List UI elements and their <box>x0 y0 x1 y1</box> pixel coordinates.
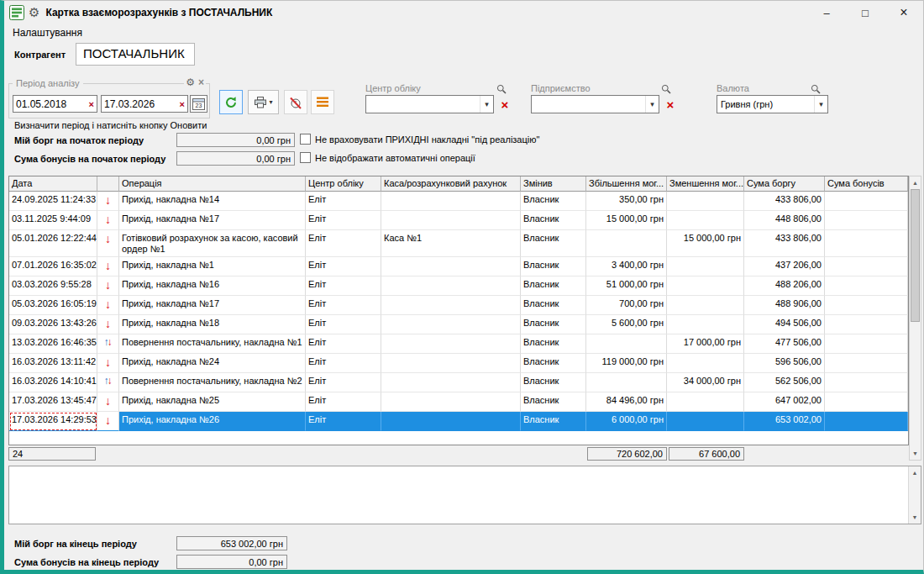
settings-gear-icon[interactable]: ⚙ <box>29 6 39 19</box>
window-controls: – □ × <box>807 1 923 24</box>
date-to-input[interactable]: 17.03.2026 × <box>101 95 188 113</box>
enterprise-clear-button[interactable]: × <box>664 95 677 113</box>
column-header-icon[interactable] <box>97 176 119 192</box>
period-settings-icon[interactable]: ⚙ <box>186 76 195 88</box>
table-vscrollbar[interactable]: ▲ ▼ <box>909 176 921 461</box>
table-header-row: ДатаОпераціяЦентр облікуКаса/розрахунков… <box>9 176 908 192</box>
exclude-incoming-checkbox-label[interactable]: Не враховувати ПРИХІДНІ накладні "під ре… <box>315 134 539 145</box>
cell-decrease: 15 000,00 грн <box>667 230 744 257</box>
column-header-bonus[interactable]: Сума бонусів <box>825 176 908 192</box>
notes-area[interactable]: ▲ ▼ <box>8 466 921 524</box>
list-view-button[interactable] <box>311 90 334 114</box>
scroll-down-icon[interactable]: ▼ <box>910 447 921 460</box>
table-row[interactable]: 16.03.2026 14:10:41↑↓Повернення постачал… <box>9 373 908 392</box>
period-close-icon[interactable]: × <box>198 76 204 88</box>
date-to-clear-icon[interactable]: × <box>176 99 185 109</box>
table-row[interactable]: 16.03.2026 13:11:42↓Прихід, накладна №24… <box>9 354 908 373</box>
cell-center: Еліт <box>306 257 381 276</box>
enterprise-filter-label: Підприємство <box>531 83 591 93</box>
column-header-debt[interactable]: Сума боргу <box>744 176 825 192</box>
table-row[interactable]: 07.01.2026 16:35:02↓Прихід, накладна №1Е… <box>9 257 908 276</box>
end-debt-value: 653 002,00 грн <box>176 536 287 550</box>
hide-auto-ops-checkbox[interactable] <box>300 152 311 163</box>
cell-date: 03.11.2025 9:44:09 <box>9 211 97 230</box>
menubar: Налаштування <box>4 24 923 41</box>
close-button[interactable]: × <box>885 1 923 24</box>
contragent-value: ПОСТАЧАЛЬНИК <box>76 43 195 66</box>
scroll-up-icon[interactable]: ▲ <box>910 176 921 189</box>
cell-debt: 477 506,00 <box>744 334 825 354</box>
table-row[interactable]: 05.01.2026 12:22:44↓Готівковий розрахуно… <box>9 230 908 257</box>
center-clear-button[interactable]: × <box>498 95 512 113</box>
cell-date: 17.03.2026 13:45:47 <box>9 392 97 412</box>
cell-icon: ↓ <box>97 296 119 315</box>
table-row[interactable]: 03.03.2026 9:55:28↓Прихід, накладна №16Е… <box>9 276 908 296</box>
menu-item-settings[interactable]: Налаштування <box>13 27 82 39</box>
currency-filter-label: Валюта <box>717 83 749 93</box>
incoming-arrow-icon: ↓ <box>105 317 111 330</box>
cell-bonus <box>825 230 908 257</box>
currency-combobox[interactable]: Гривня (грн) ▾ <box>717 95 828 113</box>
center-combobox[interactable]: ▾ <box>365 95 494 113</box>
end-debt-label: Мій борг на кінець періоду <box>14 539 137 549</box>
minimize-button[interactable]: – <box>807 1 846 24</box>
refresh-button[interactable] <box>219 90 243 114</box>
column-header-increase[interactable]: Збільшення мог... <box>586 176 667 192</box>
cell-debt: 488 206,00 <box>744 276 825 296</box>
cell-center: Еліт <box>306 373 381 392</box>
date-from-clear-icon[interactable]: × <box>86 99 94 109</box>
maximize-button[interactable]: □ <box>846 1 885 24</box>
column-header-date[interactable]: Дата <box>9 176 97 192</box>
cell-increase: 119 000,00 грн <box>586 354 667 373</box>
cell-icon: ↑↓ <box>97 373 119 392</box>
column-header-decrease[interactable]: Зменшення мог... <box>667 176 744 192</box>
cell-increase: 350,00 грн <box>586 192 667 211</box>
date-from-input[interactable]: 01.05.2018 × <box>13 95 97 113</box>
cell-operation: Прихід, накладна №26 <box>119 412 306 431</box>
disable-reminders-button[interactable] <box>284 90 307 114</box>
contragent-label: Контрагент <box>14 50 66 60</box>
table-vscrollbar-thumb[interactable] <box>911 189 920 322</box>
table-row[interactable]: 13.03.2026 16:46:35↑↓Повернення постачал… <box>9 334 908 354</box>
center-search-icon[interactable] <box>496 84 507 94</box>
center-combobox-arrow-icon[interactable]: ▾ <box>480 96 493 113</box>
cell-user: Власник <box>521 230 586 257</box>
cell-center: Еліт <box>306 392 381 412</box>
table-row[interactable]: 24.09.2025 11:24:33↓Прихід, накладна №14… <box>9 192 908 211</box>
table-row[interactable]: 09.03.2026 13:43:26↓Прихід, накладна №18… <box>9 315 908 334</box>
cell-bonus <box>825 257 908 276</box>
print-button[interactable]: ▾ <box>248 90 279 114</box>
hide-auto-ops-checkbox-label[interactable]: Не відображати автоматичні операції <box>315 153 475 163</box>
column-header-account[interactable]: Каса/розрахунковий рахунок <box>381 176 521 192</box>
cell-debt: 448 806,00 <box>744 211 825 230</box>
cell-increase: 700,00 грн <box>586 296 667 315</box>
print-dropdown-caret-icon[interactable]: ▾ <box>269 98 272 106</box>
cell-center: Еліт <box>306 296 381 315</box>
enterprise-search-icon[interactable] <box>661 84 671 94</box>
scroll-up-icon[interactable]: ▲ <box>909 466 921 479</box>
cell-icon: ↓ <box>97 276 119 296</box>
exclude-incoming-checkbox[interactable] <box>300 134 311 145</box>
notes-vscrollbar[interactable]: ▲ ▼ <box>908 466 921 524</box>
cell-icon: ↓ <box>97 192 119 211</box>
cell-operation: Прихід, накладна №25 <box>119 392 306 412</box>
calendar-button[interactable]: 23 <box>190 95 207 113</box>
column-header-operation[interactable]: Операція <box>119 176 306 192</box>
column-header-user[interactable]: Змінив <box>521 176 586 192</box>
cell-date: 16.03.2026 14:10:41 <box>9 373 97 392</box>
cell-bonus <box>825 296 908 315</box>
enterprise-combobox[interactable]: ▾ <box>531 95 659 113</box>
currency-search-icon[interactable] <box>811 84 821 94</box>
cell-operation: Прихід, накладна №16 <box>119 276 306 296</box>
table-row[interactable]: 05.03.2026 16:05:19↓Прихід, накладна №17… <box>9 296 908 315</box>
cell-center: Еліт <box>306 315 381 334</box>
table-row[interactable]: 03.11.2025 9:44:09↓Прихід, накладна №17Е… <box>9 211 908 230</box>
column-header-center[interactable]: Центр обліку <box>306 176 381 192</box>
cell-debt: 562 506,00 <box>744 373 825 392</box>
table-row[interactable]: 17.03.2026 13:45:47↓Прихід, накладна №25… <box>9 392 908 412</box>
cell-debt: 433 806,00 <box>744 230 825 257</box>
enterprise-combobox-arrow-icon[interactable]: ▾ <box>645 96 659 113</box>
table-row[interactable]: 17.03.2026 14:29:53↓Прихід, накладна №26… <box>9 412 908 431</box>
currency-combobox-arrow-icon[interactable]: ▾ <box>814 96 827 113</box>
scroll-down-icon[interactable]: ▼ <box>909 511 921 524</box>
